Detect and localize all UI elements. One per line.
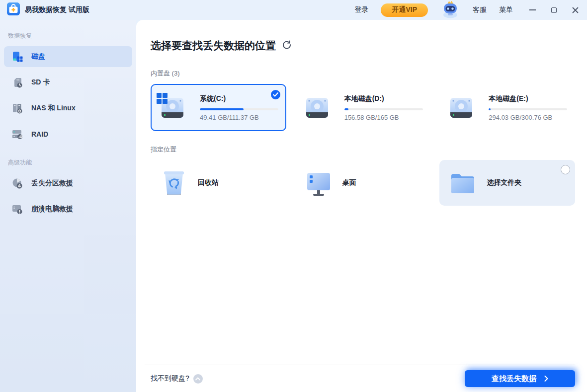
close-icon[interactable] [571, 6, 579, 14]
hard-drive-icon [446, 116, 477, 125]
sd-card-icon [11, 76, 24, 89]
robot-avatar-icon[interactable] [440, 0, 460, 20]
chevron-up-icon[interactable] [193, 374, 203, 384]
scan-lost-data-button[interactable]: 查找丢失数据 [465, 370, 575, 387]
sidebar-section-data-recovery: 数据恢复 [8, 32, 136, 40]
page-title: 选择要查找丢失数据的位置 [151, 39, 276, 53]
sidebar-item-label: 崩溃电脑救援 [31, 205, 73, 214]
drive-usage-bar [344, 108, 423, 110]
drive-usage-fill [200, 108, 244, 110]
chevron-right-icon [544, 375, 548, 383]
drive-usage-fill [344, 108, 348, 110]
sidebar-item-raid[interactable]: RAID [4, 124, 132, 145]
support-link[interactable]: 客服 [473, 5, 487, 14]
drive-usage-bar [200, 108, 278, 110]
scan-button-label: 查找丢失数据 [492, 374, 536, 384]
sidebar-item-lost-partition[interactable]: 丢失分区救援 [4, 173, 132, 194]
desktop-icon [305, 169, 333, 197]
sidebar-item-label: NAS 和 Linux [31, 104, 76, 113]
titlebar: 易我数据恢复 试用版 登录 开通VIP 客服 菜单 [0, 0, 587, 20]
drive-usage-fill [489, 108, 491, 110]
locations-label: 指定位置 [151, 145, 575, 154]
radio-circle-icon[interactable] [561, 165, 570, 174]
login-link[interactable]: 登录 [354, 5, 368, 14]
sidebar-item-label: SD 卡 [31, 78, 50, 87]
menu-link[interactable]: 菜单 [499, 5, 513, 14]
sidebar-item-sd-card[interactable]: SD 卡 [4, 72, 132, 93]
app-identity: 易我数据恢复 试用版 [7, 2, 89, 17]
lost-partition-icon [11, 177, 24, 190]
location-card-select-folder[interactable]: 选择文件夹 [439, 160, 575, 206]
sidebar: 数据恢复 磁盘 [0, 20, 136, 392]
drive-card-e[interactable]: 本地磁盘(E:) 294.03 GB/300.76 GB [439, 84, 575, 131]
location-card-recycle-bin[interactable]: 回收站 [151, 160, 286, 206]
sidebar-item-crashed-pc[interactable]: 崩溃电脑救援 [4, 199, 132, 220]
sidebar-item-nas-linux[interactable]: NAS 和 Linux [4, 98, 132, 119]
drive-cards: 系统(C:) 49.41 GB/111.37 GB [151, 84, 575, 131]
drive-card-c[interactable]: 系统(C:) 49.41 GB/111.37 GB [151, 84, 286, 131]
sidebar-item-label: 丢失分区救援 [31, 179, 73, 188]
main-panel: 选择要查找丢失数据的位置 内置盘 (3) [136, 20, 587, 392]
vip-button[interactable]: 开通VIP [381, 3, 428, 17]
drive-usage-bar [489, 108, 567, 110]
refresh-icon[interactable] [282, 40, 292, 52]
disk-icon [11, 50, 24, 63]
raid-icon [11, 128, 24, 141]
sidebar-item-disk[interactable]: 磁盘 [4, 46, 132, 67]
drive-name: 本地磁盘(E:) [489, 94, 567, 103]
recycle-bin-icon [160, 169, 188, 197]
check-icon[interactable] [271, 90, 280, 99]
crashed-pc-icon [11, 203, 24, 216]
internal-drives-label: 内置盘 (3) [151, 69, 575, 78]
footer-bar: 找不到硬盘? 查找丢失数据 [145, 365, 575, 392]
app-title: 易我数据恢复 试用版 [25, 5, 89, 14]
hard-drive-icon [157, 116, 188, 125]
location-cards: 回收站 [151, 160, 575, 206]
cant-find-drive-link[interactable]: 找不到硬盘? [151, 374, 189, 383]
location-label: 回收站 [198, 178, 219, 187]
hard-drive-icon [302, 116, 333, 125]
sidebar-item-label: RAID [31, 130, 48, 138]
sidebar-item-label: 磁盘 [31, 52, 45, 61]
windows-logo-icon [156, 92, 168, 106]
sidebar-section-advanced: 高级功能 [8, 158, 136, 167]
drive-size: 49.41 GB/111.37 GB [200, 114, 278, 121]
minimize-icon[interactable] [528, 6, 536, 14]
drive-card-d[interactable]: 本地磁盘(D:) 156.58 GB/165 GB [295, 84, 431, 131]
location-card-desktop[interactable]: 桌面 [295, 160, 431, 206]
location-label: 桌面 [342, 178, 356, 187]
folder-icon [449, 169, 477, 197]
drive-name: 系统(C:) [200, 94, 278, 103]
app-logo-icon [7, 2, 20, 17]
location-label: 选择文件夹 [487, 178, 521, 187]
drive-size: 294.03 GB/300.76 GB [489, 114, 567, 121]
drive-name: 本地磁盘(D:) [344, 94, 423, 103]
nas-linux-icon [11, 102, 24, 115]
drive-size: 156.58 GB/165 GB [344, 114, 423, 121]
maximize-icon[interactable] [550, 6, 558, 14]
